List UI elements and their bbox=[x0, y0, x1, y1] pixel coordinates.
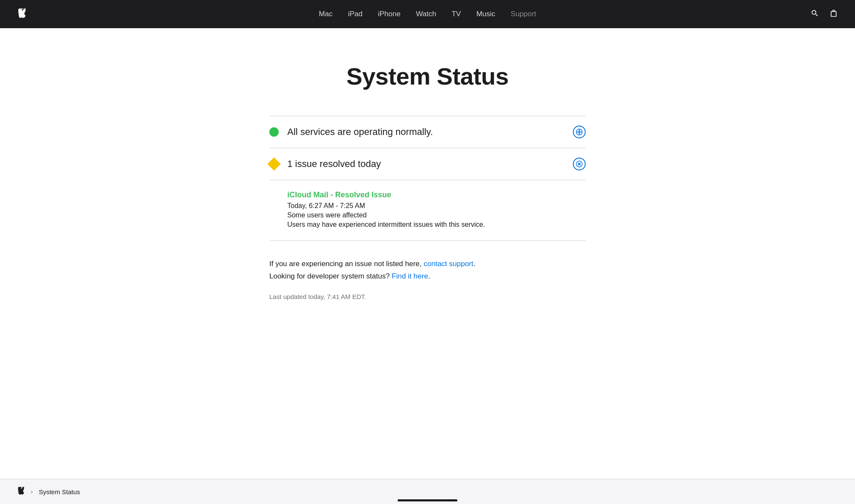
status-issue-left: 1 issue resolved today bbox=[269, 158, 381, 170]
nav-support[interactable]: Support bbox=[511, 10, 537, 18]
status-normal-label: All services are operating normally. bbox=[287, 126, 433, 138]
nav-watch[interactable]: Watch bbox=[416, 10, 436, 18]
status-issue-row: 1 issue resolved today bbox=[269, 148, 586, 180]
info-text-before-dev: Looking for developer system status? bbox=[269, 272, 392, 280]
issue-detail: iCloud Mail - Resolved Issue Today, 6:27… bbox=[269, 180, 586, 241]
status-issue-label: 1 issue resolved today bbox=[287, 158, 381, 170]
info-contact-text: If you are experiencing an issue not lis… bbox=[269, 258, 586, 270]
status-section: All services are operating normally. 1 i… bbox=[269, 116, 586, 241]
search-icon-link[interactable] bbox=[811, 9, 819, 19]
apple-logo-icon bbox=[17, 9, 27, 20]
nav-iphone[interactable]: iPhone bbox=[378, 10, 401, 18]
green-indicator bbox=[269, 127, 279, 137]
issue-separator: - bbox=[330, 190, 335, 199]
nav-ipad[interactable]: iPad bbox=[348, 10, 363, 18]
issue-time: Today, 6:27 AM - 7:25 AM bbox=[287, 202, 586, 210]
bag-icon bbox=[829, 9, 838, 18]
plus-icon bbox=[576, 129, 583, 135]
yellow-indicator bbox=[267, 157, 280, 170]
x-icon bbox=[576, 161, 583, 167]
apple-logo-link[interactable] bbox=[17, 9, 27, 20]
main-content: System Status All services are operating… bbox=[261, 28, 594, 334]
page-title: System Status bbox=[269, 62, 586, 90]
issue-description: Users may have experienced intermittent … bbox=[287, 221, 586, 229]
nav-mac[interactable]: Mac bbox=[319, 10, 333, 18]
issue-title: iCloud Mail - Resolved Issue bbox=[287, 190, 586, 199]
navbar: Mac iPad iPhone Watch TV Music Support bbox=[0, 0, 855, 28]
bag-icon-link[interactable] bbox=[829, 9, 838, 19]
nav-tv[interactable]: TV bbox=[451, 10, 461, 18]
info-text-period1: . bbox=[473, 260, 475, 268]
info-section: If you are experiencing an issue not lis… bbox=[269, 241, 586, 309]
status-normal-row: All services are operating normally. bbox=[269, 116, 586, 148]
collapse-issue-button[interactable] bbox=[573, 158, 586, 170]
expand-normal-button[interactable] bbox=[573, 126, 586, 138]
nav-music[interactable]: Music bbox=[476, 10, 495, 18]
info-text-before-contact: If you are experiencing an issue not lis… bbox=[269, 260, 424, 268]
issue-status-label: Resolved Issue bbox=[335, 190, 391, 199]
issue-affected: Some users were affected bbox=[287, 211, 586, 219]
find-here-link[interactable]: Find it here bbox=[392, 272, 428, 280]
info-text-period2: . bbox=[428, 272, 430, 280]
nav-links: Mac iPad iPhone Watch TV Music Support bbox=[319, 10, 536, 18]
last-updated-text: Last updated today, 7:41 AM EDT. bbox=[269, 293, 586, 300]
issue-service-name: iCloud Mail bbox=[287, 190, 328, 199]
status-normal-left: All services are operating normally. bbox=[269, 126, 433, 138]
contact-support-link[interactable]: contact support bbox=[424, 260, 473, 268]
nav-actions bbox=[811, 9, 838, 19]
info-dev-text: Looking for developer system status? Fin… bbox=[269, 270, 586, 283]
search-icon bbox=[811, 9, 819, 18]
